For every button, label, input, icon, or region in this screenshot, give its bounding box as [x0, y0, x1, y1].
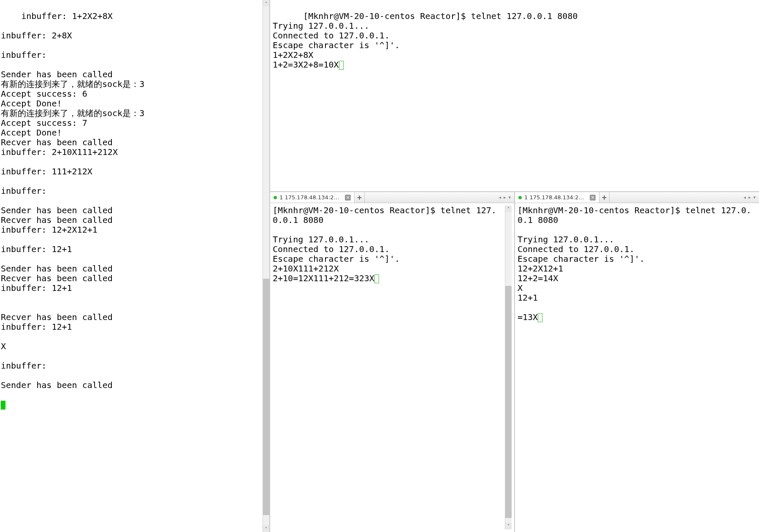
- tab-spacer: [365, 192, 495, 203]
- right-column: [Mknhr@VM-20-10-centos Reactor]$ telnet …: [270, 0, 759, 532]
- terminal-text: [Mknhr@VM-20-10-centos Reactor]$ telnet …: [273, 205, 496, 283]
- scroll-up-icon[interactable]: ˄: [505, 206, 512, 212]
- scroll-up-icon[interactable]: ˄: [263, 0, 269, 7]
- terminal-text: inbuffer: 1+2X2+8X inbuffer: 2+8X inbuff…: [1, 11, 144, 390]
- scroll-down-icon[interactable]: ˅: [505, 523, 512, 529]
- tab-bar: 1 175.178.48.134:22 [3] × + ◂ ▸ ▾: [515, 192, 759, 203]
- tab-nav: ◂ ▸ ▾: [740, 192, 759, 203]
- status-dot-icon: [518, 196, 522, 199]
- tab-session-2[interactable]: 1 175.178.48.134:22 [2] ×: [270, 192, 355, 203]
- tab-bar: 1 175.178.48.134:22 [2] × + ◂ ▸ ▾: [270, 192, 514, 203]
- tab-nav-left-icon[interactable]: ◂: [743, 195, 747, 200]
- cursor-outline-icon: [538, 313, 542, 322]
- new-tab-button[interactable]: +: [355, 192, 365, 203]
- top-right-terminal-output[interactable]: [Mknhr@VM-20-10-centos Reactor]$ telnet …: [270, 0, 759, 191]
- tab-label: 1 175.178.48.134:22 [3]: [524, 194, 587, 201]
- left-terminal-pane: inbuffer: 1+2X2+8X inbuffer: 2+8X inbuff…: [0, 0, 270, 532]
- tab-nav-dropdown-icon[interactable]: ▾: [752, 195, 756, 200]
- cursor-outline-icon: [374, 274, 379, 283]
- status-dot-icon: [274, 196, 277, 199]
- bottom-right-split: 1 175.178.48.134:22 [2] × + ◂ ▸ ▾ [Mknhr…: [270, 192, 759, 532]
- tab-nav-dropdown-icon[interactable]: ▾: [507, 195, 512, 200]
- tab-nav-left-icon[interactable]: ◂: [498, 195, 502, 200]
- terminal-text: [Mknhr@VM-20-10-centos Reactor]$ telnet …: [273, 11, 577, 70]
- left-scrollbar[interactable]: ˄ ˅: [263, 0, 269, 532]
- cursor-outline-icon: [339, 61, 344, 70]
- close-icon[interactable]: ×: [345, 195, 351, 201]
- tab-nav-right-icon[interactable]: ▸: [503, 195, 507, 200]
- top-right-terminal-pane: [Mknhr@VM-20-10-centos Reactor]$ telnet …: [270, 0, 759, 192]
- bottom-left-terminal-output[interactable]: [Mknhr@VM-20-10-centos Reactor]$ telnet …: [270, 203, 514, 532]
- new-tab-button[interactable]: +: [599, 192, 610, 203]
- tab-session-3[interactable]: 1 175.178.48.134:22 [3] ×: [515, 192, 599, 203]
- bl-scrollbar[interactable]: ˄ ˅: [505, 206, 512, 529]
- cursor-icon: [1, 401, 5, 410]
- scroll-down-icon[interactable]: ˅: [263, 525, 269, 532]
- tab-spacer: [610, 192, 740, 203]
- tab-nav: ◂ ▸ ▾: [495, 192, 514, 203]
- bottom-right-terminal-output[interactable]: [Mknhr@VM-20-10-centos Reactor]$ telnet …: [515, 203, 759, 532]
- close-icon[interactable]: ×: [590, 195, 596, 201]
- scroll-thumb[interactable]: [505, 286, 512, 518]
- tab-label: 1 175.178.48.134:22 [2]: [279, 194, 342, 201]
- left-terminal-output[interactable]: inbuffer: 1+2X2+8X inbuffer: 2+8X inbuff…: [0, 0, 263, 532]
- tab-nav-right-icon[interactable]: ▸: [748, 195, 752, 200]
- scroll-thumb[interactable]: [263, 279, 269, 515]
- bottom-left-terminal-pane: 1 175.178.48.134:22 [2] × + ◂ ▸ ▾ [Mknhr…: [270, 192, 515, 532]
